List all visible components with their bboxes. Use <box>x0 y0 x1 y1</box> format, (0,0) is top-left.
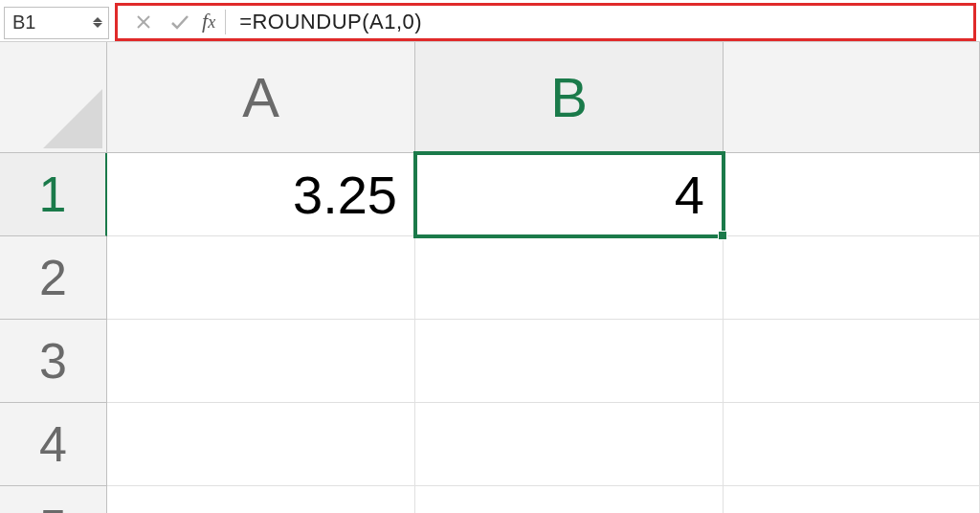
cell-c5[interactable] <box>724 486 980 513</box>
cell-a2[interactable] <box>107 236 415 320</box>
formula-input[interactable]: =ROUNDUP(A1,0) <box>239 10 973 34</box>
name-box-spinner[interactable] <box>93 17 102 28</box>
col-header-b[interactable]: B <box>415 42 724 153</box>
col-header-a[interactable]: A <box>107 42 415 153</box>
cell-b5[interactable] <box>415 486 724 513</box>
chevron-up-icon <box>93 17 102 22</box>
spreadsheet-grid: A B 1 3.25 4 2 3 4 5 <box>0 42 980 513</box>
cell-c2[interactable] <box>724 236 980 320</box>
formula-bar-highlight: fx =ROUNDUP(A1,0) <box>115 3 976 41</box>
row-header-5[interactable]: 5 <box>0 486 107 513</box>
row-header-2[interactable]: 2 <box>0 236 107 320</box>
enter-icon[interactable] <box>167 10 192 34</box>
cell-b2[interactable] <box>415 236 724 320</box>
cell-a1[interactable]: 3.25 <box>107 153 415 236</box>
cell-b3[interactable] <box>415 320 724 403</box>
name-box[interactable]: B1 <box>4 7 109 39</box>
fill-handle[interactable] <box>718 231 727 240</box>
cell-c1[interactable] <box>724 153 980 236</box>
row-header-3[interactable]: 3 <box>0 320 107 403</box>
cell-b1[interactable]: 4 <box>413 151 725 238</box>
fx-button[interactable]: fx <box>202 9 215 33</box>
row-header-4[interactable]: 4 <box>0 403 107 486</box>
select-all-triangle-icon <box>43 89 102 148</box>
cancel-icon[interactable] <box>131 10 156 34</box>
name-box-value: B1 <box>12 11 93 33</box>
divider <box>225 10 226 34</box>
chevron-down-icon <box>93 23 102 28</box>
cell-b1-value: 4 <box>675 164 704 226</box>
col-header-empty[interactable] <box>724 42 980 153</box>
cell-a4[interactable] <box>107 403 415 486</box>
formula-bar: B1 fx =ROUNDUP(A1,0) <box>0 0 980 42</box>
cell-c3[interactable] <box>724 320 980 403</box>
cell-b4[interactable] <box>415 403 724 486</box>
cell-a5[interactable] <box>107 486 415 513</box>
cell-a3[interactable] <box>107 320 415 403</box>
select-all-corner[interactable] <box>0 42 107 153</box>
row-header-1[interactable]: 1 <box>0 153 107 236</box>
cell-c4[interactable] <box>724 403 980 486</box>
